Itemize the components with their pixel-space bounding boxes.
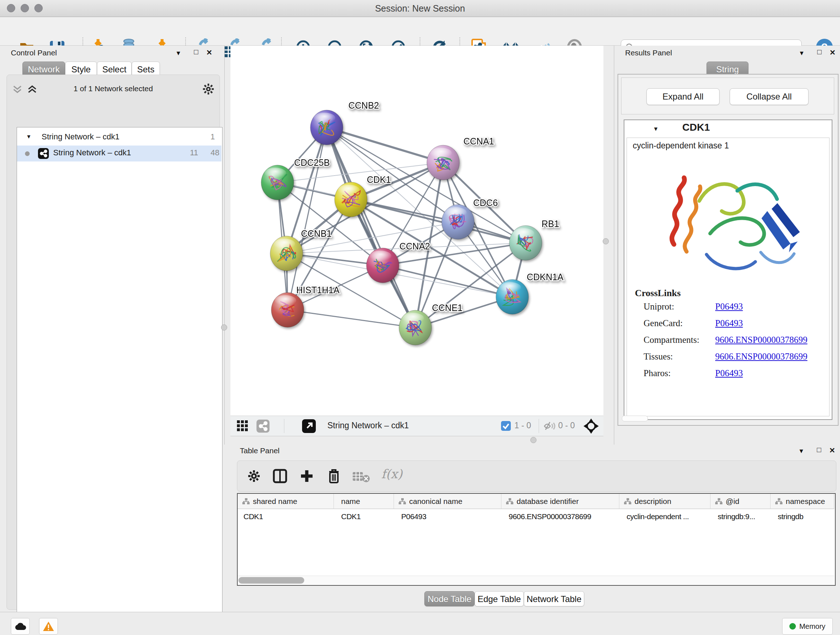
control-panel-float-icon[interactable]: □ bbox=[194, 48, 198, 56]
table-cell[interactable]: 9606.ENSP00000378699 bbox=[501, 509, 619, 524]
node-label: CCNB2 bbox=[348, 100, 379, 111]
birds-eye-view-icon[interactable] bbox=[237, 420, 248, 432]
results-panel-close-icon[interactable]: ✕ bbox=[829, 48, 836, 57]
column-header-name[interactable]: name bbox=[334, 494, 394, 509]
gear-icon[interactable] bbox=[202, 83, 215, 95]
column-flowchart-icon bbox=[624, 498, 632, 505]
column-header-label: shared name bbox=[253, 497, 297, 506]
horizontal-splitter-handle[interactable] bbox=[531, 437, 537, 443]
table-toolbar: f(x) bbox=[237, 461, 836, 492]
table-cell[interactable]: stringdb bbox=[771, 509, 834, 524]
network-row-selected[interactable]: String Network – cdk1 11 48 bbox=[17, 146, 221, 162]
column-header-description[interactable]: description bbox=[619, 494, 711, 509]
node-label: CCNB1 bbox=[301, 228, 332, 239]
network-node-ccne1[interactable]: CCNE1 bbox=[399, 302, 463, 345]
protein-structure-image bbox=[652, 157, 804, 299]
memory-button[interactable]: Memory bbox=[782, 618, 833, 635]
crosslink-label: Pharos: bbox=[644, 368, 671, 378]
delete-table-icon[interactable] bbox=[352, 471, 370, 483]
column-header-canonical-name[interactable]: canonical name bbox=[394, 494, 501, 509]
network-node-cdkn1a[interactable]: CDKN1A bbox=[496, 272, 564, 314]
expand-all-button[interactable]: Expand All bbox=[646, 88, 720, 105]
protein-detail-box: cyclin-dependent kinase 1 Cr bbox=[627, 138, 829, 416]
table-cell[interactable]: CDK1 bbox=[334, 509, 394, 524]
control-panel-title: Control Panel bbox=[11, 49, 57, 57]
status-bar: Memory bbox=[0, 612, 840, 635]
window-title: Session: New Session bbox=[0, 3, 840, 14]
network-node-ccna1[interactable]: CCNA1 bbox=[427, 136, 494, 180]
selected-checkbox-icon[interactable] bbox=[501, 421, 511, 431]
control-panel-menu-icon[interactable]: ▾ bbox=[177, 49, 180, 57]
results-panel: Results Panel ▾ □ ✕ String Expand All Co… bbox=[614, 46, 840, 445]
table-cell[interactable]: cyclin-dependent ... bbox=[619, 509, 711, 524]
network-canvas[interactable]: CCNB2CCNA1CDC25BCDK1CDC6RB1CCNB1CCNA2CDK… bbox=[231, 46, 603, 416]
column-header-label: @id bbox=[726, 497, 739, 506]
results-panel-title: Results Panel bbox=[625, 49, 672, 57]
node-label: CCNA1 bbox=[463, 136, 494, 146]
results-panel-float-icon[interactable]: □ bbox=[817, 48, 821, 56]
function-builder-button[interactable]: f(x) bbox=[381, 467, 402, 481]
crosslink-value-link[interactable]: 9606.ENSP00000378699 bbox=[715, 335, 807, 345]
column-header-shared-name[interactable]: shared name bbox=[238, 494, 334, 509]
tree-expand-icon[interactable]: ▾ bbox=[27, 133, 30, 141]
control-panel-close-icon[interactable]: ✕ bbox=[206, 48, 212, 57]
network-node-rb1[interactable]: RB1 bbox=[509, 219, 559, 260]
table-cell[interactable]: CDK1 bbox=[238, 509, 334, 524]
warning-icon bbox=[43, 621, 54, 631]
open-in-new-window-icon[interactable] bbox=[302, 419, 316, 433]
table-panel: Table Panel ▾ □ ✕ f(x) shared namenameca… bbox=[224, 445, 840, 611]
column-header-label: database identifier bbox=[516, 497, 579, 506]
create-column-plus-icon[interactable] bbox=[300, 469, 314, 483]
fit-selected-crosshair-icon[interactable] bbox=[584, 418, 599, 434]
protein-collapse-icon[interactable]: ▾ bbox=[654, 125, 658, 133]
collapse-all-button[interactable]: Collapse All bbox=[729, 88, 808, 105]
table-cell[interactable]: P06493 bbox=[394, 509, 501, 524]
network-collection-row[interactable]: ▾ String Network – cdk1 1 bbox=[17, 130, 221, 146]
show-columns-icon[interactable] bbox=[273, 469, 287, 483]
node-label: CCNA2 bbox=[399, 241, 430, 251]
table-panel-close-icon[interactable]: ✕ bbox=[829, 446, 835, 455]
crosslink-value-link[interactable]: P06493 bbox=[715, 302, 743, 312]
column-header-label: namespace bbox=[786, 497, 825, 506]
delete-column-trash-icon[interactable] bbox=[327, 468, 341, 484]
tab-network-table[interactable]: Network Table bbox=[524, 591, 584, 606]
table-settings-gear-icon[interactable] bbox=[248, 470, 261, 483]
left-splitter-handle[interactable] bbox=[221, 325, 227, 331]
tab-edge-table[interactable]: Edge Table bbox=[475, 591, 524, 606]
node-label: CDKN1A bbox=[527, 272, 564, 282]
results-scrollbar-thumb[interactable] bbox=[622, 416, 648, 421]
tab-node-table[interactable]: Node Table bbox=[424, 591, 475, 606]
protein-description: cyclin-dependent kinase 1 bbox=[633, 141, 729, 150]
crosslink-value-link[interactable]: P06493 bbox=[715, 318, 743, 328]
cloud-button[interactable] bbox=[11, 618, 30, 635]
table-scrollbar-thumb[interactable] bbox=[238, 577, 304, 584]
toolbar-separator bbox=[538, 419, 539, 433]
network-graph[interactable]: CCNB2CCNA1CDC25BCDK1CDC6RB1CCNB1CCNA2CDK… bbox=[231, 46, 603, 416]
column-header-namespace[interactable]: namespace bbox=[771, 494, 834, 509]
node-table[interactable]: shared namenamecanonical namedatabase id… bbox=[237, 493, 836, 586]
collection-count: 1 bbox=[210, 132, 215, 141]
crosslink-value-link[interactable]: P06493 bbox=[715, 368, 743, 378]
network-node-cdk1[interactable]: CDK1 bbox=[335, 174, 391, 217]
protein-name: CDK1 bbox=[682, 122, 710, 133]
memory-label: Memory bbox=[799, 622, 825, 631]
share-view-icon[interactable] bbox=[256, 420, 270, 432]
crosslink-label: Compartments: bbox=[644, 335, 699, 345]
network-label: String Network – cdk1 bbox=[53, 148, 131, 157]
column-header-label: name bbox=[341, 497, 360, 506]
right-splitter-handle[interactable] bbox=[603, 238, 609, 244]
column-header-database-identifier[interactable]: database identifier bbox=[501, 494, 619, 509]
table-panel-float-icon[interactable]: □ bbox=[817, 446, 821, 454]
results-panel-menu-icon[interactable]: ▾ bbox=[800, 49, 804, 57]
network-node-cdc25b[interactable]: CDC25B bbox=[261, 157, 330, 200]
column-header--id[interactable]: @id bbox=[711, 494, 771, 509]
warnings-button[interactable] bbox=[39, 618, 58, 635]
column-flowchart-icon bbox=[506, 498, 514, 505]
network-node-hist1h1a[interactable]: HIST1H1A bbox=[271, 285, 340, 327]
crosslink-label: GeneCard: bbox=[644, 318, 683, 328]
node-label: RB1 bbox=[542, 219, 559, 229]
table-cell[interactable]: stringdb:9... bbox=[711, 509, 771, 524]
crosslink-value-link[interactable]: 9606.ENSP00000378699 bbox=[715, 352, 807, 362]
table-panel-menu-icon[interactable]: ▾ bbox=[799, 447, 803, 455]
table-horizontal-scrollbar[interactable] bbox=[238, 576, 834, 585]
